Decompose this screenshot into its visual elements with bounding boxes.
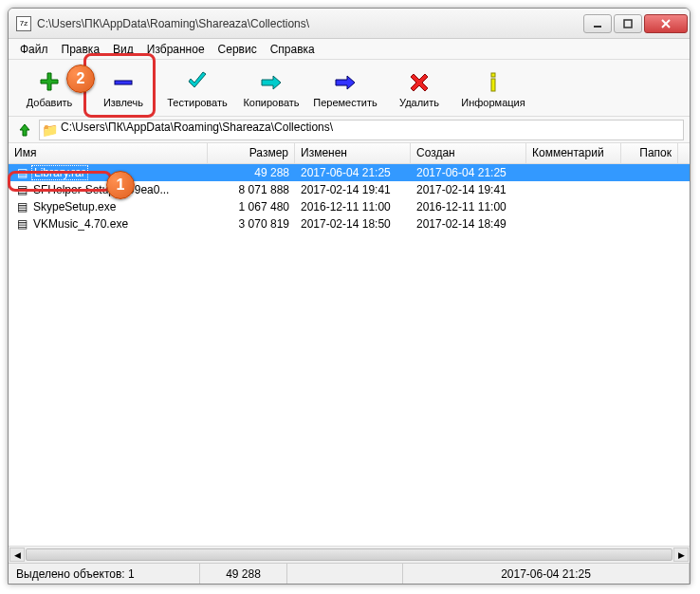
scroll-thumb[interactable]: [26, 548, 672, 561]
status-size: 49 288: [200, 564, 287, 584]
info-label: Информация: [461, 97, 525, 108]
file-name: VKMusic_4.70.exe: [31, 217, 130, 231]
path-input[interactable]: C:\Users\ПК\AppData\Roaming\Shareaza\Col…: [39, 120, 684, 140]
file-size: 3 070 819: [208, 217, 295, 231]
menu-favorites[interactable]: Избранное: [141, 41, 211, 58]
window-controls: [583, 14, 688, 33]
column-created[interactable]: Создан: [411, 143, 526, 163]
file-name: SFHelper-Setup-[199ea0...: [31, 183, 171, 196]
column-modified[interactable]: Изменен: [295, 143, 411, 163]
menu-help[interactable]: Справка: [265, 41, 321, 58]
move-button[interactable]: Переместить: [308, 62, 382, 115]
column-folders[interactable]: Папок: [621, 143, 678, 163]
close-button[interactable]: [644, 14, 688, 33]
svg-rect-5: [491, 73, 495, 77]
status-modified: 2017-06-04 21:25: [403, 564, 690, 584]
delete-x-icon: [407, 68, 432, 97]
menu-edit[interactable]: Правка: [56, 41, 106, 58]
file-modified: 2017-06-04 21:25: [295, 166, 411, 179]
file-modified: 2017-02-14 18:50: [295, 217, 411, 231]
minus-icon: [111, 68, 136, 97]
extract-label: Извлечь: [103, 97, 143, 108]
add-label: Добавить: [27, 97, 73, 108]
up-button[interactable]: [14, 120, 35, 140]
app-icon: 7z: [16, 16, 31, 31]
file-name: SkypeSetup.exe: [31, 200, 118, 213]
file-created: 2017-06-04 21:25: [411, 166, 526, 179]
window-title: C:\Users\ПК\AppData\Roaming\Shareaza\Col…: [37, 17, 583, 30]
copy-label: Копировать: [243, 97, 299, 108]
scroll-right-button[interactable]: ▶: [673, 548, 689, 562]
column-comment[interactable]: Комментарий: [526, 143, 621, 163]
titlebar[interactable]: 7z C:\Users\ПК\AppData\Roaming\Shareaza\…: [9, 9, 690, 39]
plus-icon: [37, 68, 62, 97]
file-size: 8 071 888: [208, 183, 295, 196]
file-icon: ▤: [14, 166, 29, 179]
file-icon: ▤: [14, 183, 29, 196]
toolbar: Добавить Извлечь Тестировать Копировать …: [9, 60, 690, 117]
column-name[interactable]: Имя: [9, 143, 208, 163]
file-modified: 2017-02-14 19:41: [295, 183, 411, 196]
file-icon: ▤: [14, 217, 29, 231]
file-icon: ▤: [14, 200, 29, 213]
menubar: Файл Правка Вид Избранное Сервис Справка: [9, 39, 690, 60]
check-icon: [185, 68, 210, 97]
delete-button[interactable]: Удалить: [382, 62, 456, 115]
file-size: 1 067 480: [208, 200, 295, 213]
file-created: 2016-12-11 11:00: [411, 200, 526, 213]
app-window: 7z C:\Users\ПК\AppData\Roaming\Shareaza\…: [8, 8, 691, 585]
move-label: Переместить: [313, 97, 377, 108]
file-modified: 2016-12-11 11:00: [295, 200, 411, 213]
file-created: 2017-02-14 18:49: [411, 217, 526, 231]
horizontal-scrollbar[interactable]: ◀ ▶: [9, 546, 690, 563]
move-arrow-icon: [333, 68, 358, 97]
file-size: 49 288: [208, 166, 295, 179]
delete-label: Удалить: [399, 97, 439, 108]
statusbar: Выделено объектов: 1 49 288 2017-06-04 2…: [9, 563, 690, 584]
file-list: Имя Размер Изменен Создан Комментарий Па…: [9, 143, 690, 563]
info-button[interactable]: Информация: [456, 62, 530, 115]
column-size[interactable]: Размер: [208, 143, 295, 163]
file-name: Library.rar: [31, 165, 88, 180]
list-body[interactable]: ▤Library.rar49 2882017-06-04 21:252017-0…: [9, 164, 690, 546]
status-selection: Выделено объектов: 1: [9, 564, 200, 584]
copy-arrow-icon: [259, 68, 284, 97]
status-blank: [287, 564, 403, 584]
annotation-badge-2: 2: [66, 65, 95, 93]
minimize-button[interactable]: [583, 14, 612, 33]
menu-tools[interactable]: Сервис: [212, 41, 263, 58]
svg-rect-1: [624, 20, 632, 28]
list-header: Имя Размер Изменен Создан Комментарий Па…: [9, 143, 690, 164]
file-row[interactable]: ▤VKMusic_4.70.exe3 070 8192017-02-14 18:…: [9, 215, 690, 232]
test-label: Тестировать: [167, 97, 228, 108]
scroll-left-button[interactable]: ◀: [9, 548, 25, 562]
extract-button[interactable]: Извлечь: [86, 62, 160, 115]
file-row[interactable]: ▤SkypeSetup.exe1 067 4802016-12-11 11:00…: [9, 198, 690, 215]
info-icon: [481, 68, 506, 97]
svg-rect-4: [115, 81, 132, 84]
menu-view[interactable]: Вид: [107, 41, 139, 58]
annotation-badge-1: 1: [106, 171, 135, 199]
copy-button[interactable]: Копировать: [234, 62, 308, 115]
file-created: 2017-02-14 19:41: [411, 183, 526, 196]
maximize-button[interactable]: [614, 14, 642, 33]
menu-file[interactable]: Файл: [14, 41, 54, 58]
svg-rect-6: [491, 79, 495, 91]
test-button[interactable]: Тестировать: [160, 62, 234, 115]
pathbar: C:\Users\ПК\AppData\Roaming\Shareaza\Col…: [9, 117, 690, 143]
